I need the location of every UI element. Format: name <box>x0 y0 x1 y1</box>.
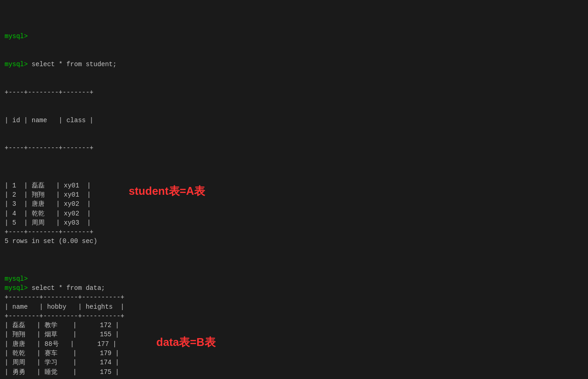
data-rows: | 磊磊 | 教学 | 172 | | 翔翔 | 烟草 | 155 | | 唐唐… <box>5 321 583 379</box>
data-label: data表=B表 <box>156 334 216 351</box>
prompt-2: mysql> <box>5 61 28 68</box>
data-query-header: mysql> mysql> select * from data; +-----… <box>5 274 583 321</box>
terminal-content: mysql> mysql> select * from student; +--… <box>5 4 583 181</box>
student-rows: | 1 | 磊磊 | xy01 | | 2 | 翔翔 | xy01 | | 3 … <box>5 181 583 246</box>
blank-line-1 <box>5 246 583 274</box>
hdr-student: | id | name | class | <box>5 117 93 124</box>
cmd-student: select * from student; <box>28 61 116 68</box>
terminal: mysql> mysql> select * from student; +--… <box>5 4 583 379</box>
data-table-block: | 磊磊 | 教学 | 172 | | 翔翔 | 烟草 | 155 | | 唐唐… <box>5 321 583 379</box>
student-label: student表=A表 <box>129 183 205 199</box>
student-table-block: | 1 | 磊磊 | xy01 | | 2 | 翔翔 | xy01 | | 3 … <box>5 181 583 246</box>
prompt-1: mysql> <box>5 33 28 40</box>
sep-s2: +----+--------+-------+ <box>5 144 93 152</box>
sep-s1: +----+--------+-------+ <box>5 89 93 96</box>
